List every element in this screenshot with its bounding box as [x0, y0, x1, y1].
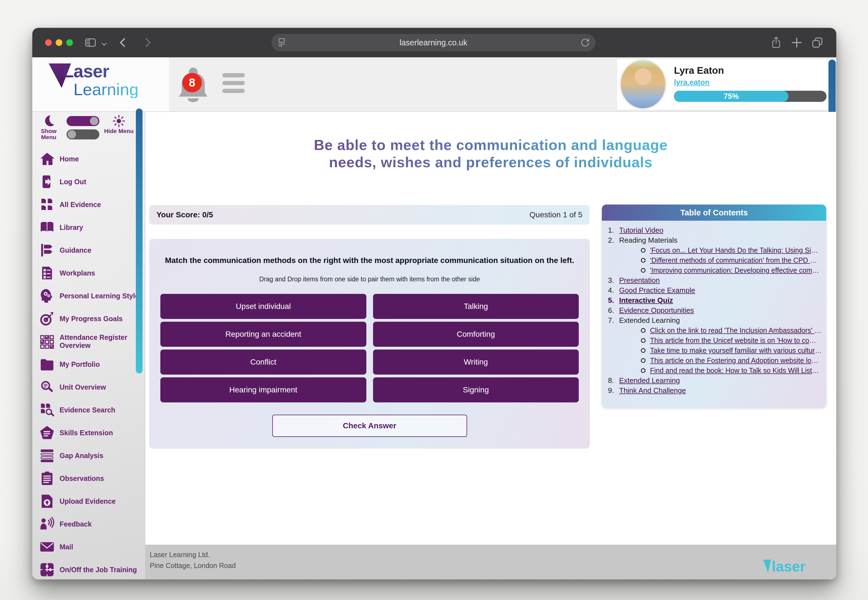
sidebar-item-observations[interactable]: Observations: [32, 467, 144, 490]
sidebar-item-unit-overview[interactable]: Unit Overview: [32, 376, 144, 398]
sidebar-item-label: Skills Extension: [59, 429, 113, 437]
quiz-prompt: Match the communication methods on the r…: [160, 256, 579, 265]
toc-item-extended-learning: 8.Extended Learning: [608, 376, 822, 385]
sidebar-scrollbar[interactable]: [136, 109, 143, 373]
toc-item-presentation: 3.Presentation: [608, 275, 822, 285]
toc-sublink[interactable]: Take time to make yourself familiar with…: [650, 345, 822, 355]
hamburger-menu-button[interactable]: [222, 73, 245, 93]
user-name: Lyra Eaton: [674, 65, 836, 76]
toc-sublink[interactable]: This article from the Unicef website is …: [650, 335, 822, 345]
bullet-icon: [641, 358, 646, 363]
sidebar-item-library[interactable]: Library: [32, 216, 144, 239]
toc-sublink[interactable]: Click on the link to read 'The Inclusion…: [650, 325, 822, 335]
address-bar[interactable]: laserlearning.co.uk: [272, 34, 595, 51]
check-answer-button[interactable]: Check Answer: [272, 415, 467, 437]
toc-sublink[interactable]: 'Improving communication: Developing eff…: [650, 265, 822, 275]
user-panel: Lyra Eaton lyra.eaton 75%: [616, 58, 836, 110]
sidebar-item-my-portfolio[interactable]: My Portfolio: [32, 353, 144, 376]
sidebar-item-upload-evidence[interactable]: Upload Evidence: [32, 490, 144, 513]
sidebar-item-label: Gap Analysis: [59, 452, 103, 460]
toc-item-evidence-opportunities: 6.Evidence Opportunities: [608, 305, 822, 315]
skills-extension-icon: [39, 425, 55, 440]
toc-sublink[interactable]: 'Different methods of communication' fro…: [650, 255, 822, 265]
toc-subitem: 'Improving communication: Developing eff…: [608, 265, 822, 275]
sidebar-item-mail[interactable]: Mail: [32, 535, 144, 558]
toc-subitem: Find and read the book: How to Talk so K…: [608, 365, 822, 376]
quiz-item-talking[interactable]: Talking: [373, 294, 579, 319]
hide-menu-toggle[interactable]: [67, 129, 99, 139]
sidebar: Show Menu Hide Menu HomeLog OutAll Evide…: [32, 112, 145, 579]
bell-icon: [176, 101, 211, 106]
toc-item-good-practice-example: 4.Good Practice Example: [608, 285, 822, 295]
quiz-item-writing[interactable]: Writing: [373, 350, 579, 374]
toc-link-good-practice-example[interactable]: Good Practice Example: [619, 285, 695, 295]
sidebar-item-attendance-register-overview[interactable]: Attendance Register Overview: [32, 330, 144, 353]
new-tab-icon[interactable]: [791, 36, 803, 49]
profile-link[interactable]: lyra.eaton: [674, 78, 710, 87]
toc-sublink[interactable]: 'Focus on... Let Your Hands Do the Talki…: [650, 245, 822, 255]
toc-link-evidence-opportunities[interactable]: Evidence Opportunities: [619, 305, 694, 315]
chevron-down-icon[interactable]: [100, 40, 108, 48]
sidebar-item-feedback[interactable]: Feedback: [32, 513, 144, 535]
toc-link-extended-learning: Extended Learning: [619, 315, 680, 325]
quiz-item-signing[interactable]: Signing: [373, 377, 579, 402]
sidebar-item-label: Observations: [59, 474, 104, 483]
site-footer: Laser Learning Ltd. Pine Cottage, London…: [145, 545, 836, 579]
zoom-button[interactable]: [66, 39, 73, 46]
score-label: Your Score: 0/5: [156, 211, 213, 219]
toc-link-think-and-challenge[interactable]: Think And Challenge: [619, 385, 686, 395]
site-header: Laser Learning 8 Lyra Eaton lyra.eaton: [32, 57, 836, 112]
toc-link-tutorial-video[interactable]: Tutorial Video: [619, 225, 663, 235]
tab-overview-icon[interactable]: [811, 36, 824, 49]
quiz-item-reporting-an-accident[interactable]: Reporting an accident: [160, 322, 366, 347]
toc-sublink[interactable]: Find and read the book: How to Talk so K…: [650, 365, 822, 376]
sun-icon: [112, 115, 125, 127]
sidebar-item-label: My Progress Goals: [59, 315, 123, 323]
toc-sublink[interactable]: This article on the Fostering and Adopti…: [650, 355, 822, 365]
quiz-item-comforting[interactable]: Comforting: [373, 322, 579, 347]
quiz-item-hearing-impairment[interactable]: Hearing impairment: [160, 377, 366, 402]
bullet-icon: [641, 248, 646, 253]
quiz-item-upset-individual[interactable]: Upset individual: [160, 294, 366, 319]
notification-badge: 8: [182, 73, 202, 92]
notifications-bell[interactable]: 8: [176, 64, 211, 105]
progress-fill: 75%: [674, 91, 788, 102]
sidebar-item-skills-extension[interactable]: Skills Extension: [32, 421, 144, 444]
sidebar-item-personal-learning-style[interactable]: Personal Learning Style: [32, 285, 144, 307]
gap-analysis-icon: [39, 448, 55, 463]
sidebar-item-home[interactable]: Home: [32, 147, 144, 170]
sidebar-item-evidence-search[interactable]: Evidence Search: [32, 398, 144, 421]
mail-icon: [39, 539, 55, 555]
feedback-icon: [39, 517, 55, 532]
toc-subitem: Click on the link to read 'The Inclusion…: [608, 325, 822, 335]
sidebar-item-label: Mail: [59, 543, 73, 551]
site-logo[interactable]: Laser Learning: [32, 57, 169, 111]
sidebar-item-gap-analysis[interactable]: Gap Analysis: [32, 444, 144, 467]
back-icon[interactable]: [116, 36, 129, 49]
sidebar-item-my-progress-goals[interactable]: My Progress Goals: [32, 307, 144, 330]
sidebar-item-log-out[interactable]: Log Out: [32, 170, 144, 193]
sidebar-item-workplans[interactable]: Workplans: [32, 262, 144, 285]
library-icon: [39, 220, 55, 235]
toc-link-presentation[interactable]: Presentation: [619, 275, 660, 285]
footer-company: Laser Learning Ltd.: [150, 551, 836, 559]
toc-link-extended-learning[interactable]: Extended Learning: [619, 376, 680, 385]
sidebar-item-all-evidence[interactable]: All Evidence: [32, 193, 144, 216]
reload-icon[interactable]: [580, 37, 590, 48]
page-format-icon[interactable]: [276, 37, 287, 48]
share-icon[interactable]: [770, 36, 782, 49]
sidebar-item-on-off-the-job-training[interactable]: On/Off the Job Training: [32, 558, 144, 579]
toc-link-interactive-quiz[interactable]: Interactive Quiz: [619, 295, 673, 305]
avatar[interactable]: [619, 59, 667, 110]
sidebar-item-label: Guidance: [59, 246, 91, 255]
sidebar-item-label: My Portfolio: [59, 361, 100, 368]
close-button[interactable]: [45, 39, 52, 46]
show-menu-toggle[interactable]: [67, 116, 99, 126]
sidebar-item-guidance[interactable]: Guidance: [32, 239, 144, 262]
sidebar-toggle-icon[interactable]: [84, 36, 97, 49]
sidebar-item-label: Upload Evidence: [59, 497, 115, 505]
sidebar-item-label: Unit Overview: [59, 383, 106, 391]
minimize-button[interactable]: [56, 39, 62, 46]
attendance-icon: [39, 334, 55, 349]
quiz-item-conflict[interactable]: Conflict: [160, 350, 366, 374]
